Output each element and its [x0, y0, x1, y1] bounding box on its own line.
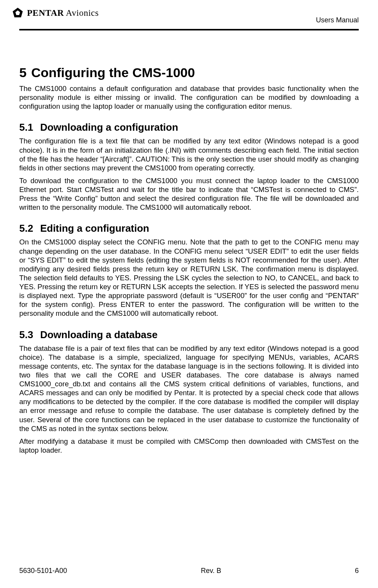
footer-revision: Rev. B: [201, 567, 221, 575]
h2-number: 5.3: [19, 329, 33, 341]
h1-title: Configuring the CMS-1000: [31, 65, 195, 80]
h2-title: Downloading a database: [40, 329, 158, 340]
section-5-2-heading: 5.2Editing a configuration: [19, 222, 359, 234]
brand-bold: PENTAR: [27, 8, 64, 18]
section-5-3-heading: 5.3Downloading a database: [19, 329, 359, 341]
section-5-2-p1: On the CMS1000 display select the CONFIG…: [19, 238, 359, 318]
h2-title: Editing a configuration: [40, 222, 149, 234]
manual-label: Users Manual: [316, 16, 359, 24]
h1-number: 5: [19, 65, 27, 80]
section-5-3-p1: The database file is a pair of text file…: [19, 344, 359, 433]
section-5-1-p2: To download the configuration to the CMS…: [19, 176, 359, 212]
logo-area: PENTAR Avionics: [12, 7, 99, 19]
page-footer: 5630-5101-A00 Rev. B 6: [19, 567, 359, 575]
section-5-1-p1: The configuration file is a text file th…: [19, 136, 359, 172]
h2-number: 5.2: [19, 222, 33, 234]
page-content: 5Configuring the CMS-1000 The CMS1000 co…: [0, 30, 378, 455]
section-5-1-heading: 5.1Downloading a configuration: [19, 121, 359, 133]
brand-name: PENTAR Avionics: [27, 8, 99, 18]
section-5-3-p2: After modifying a database it must be co…: [19, 437, 359, 455]
brand-light: Avionics: [64, 8, 99, 18]
h2-number: 5.1: [19, 121, 33, 133]
footer-doc-number: 5630-5101-A00: [19, 567, 67, 575]
footer-page-number: 6: [355, 567, 359, 575]
h2-title: Downloading a configuration: [40, 121, 178, 133]
section-5-intro: The CMS1000 contains a default configura…: [19, 84, 359, 111]
page-header: PENTAR Avionics Users Manual: [0, 0, 378, 24]
section-5-heading: 5Configuring the CMS-1000: [19, 65, 359, 80]
pentar-logo-icon: [12, 7, 24, 19]
